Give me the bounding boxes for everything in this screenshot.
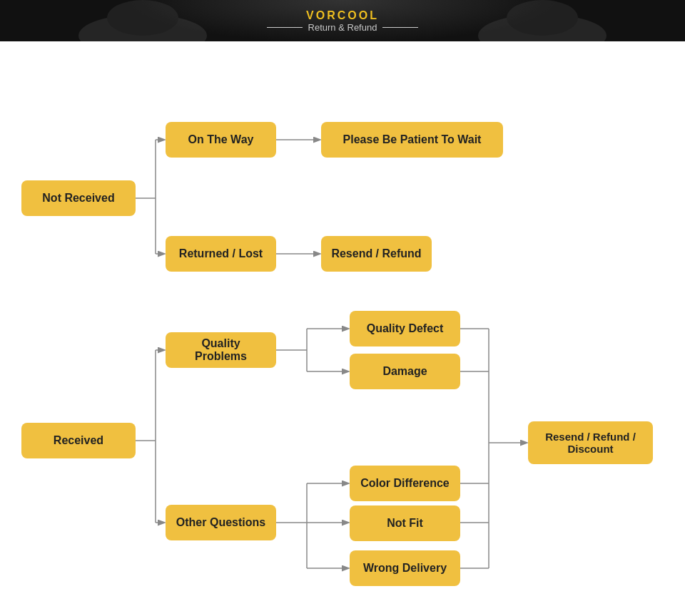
node-damage: Damage (350, 354, 460, 389)
node-resend-refund-discount: Resend / Refund / Discount (528, 421, 653, 464)
header: VORCOOL Return & Refund (0, 0, 685, 41)
brand-logo: VORCOOL (306, 9, 379, 22)
flowchart-content: Not Received On The Way Please Be Patien… (0, 41, 685, 616)
node-other-questions: Other Questions (166, 505, 276, 540)
node-not-received: Not Received (21, 180, 136, 216)
header-subtitle: Return & Refund (267, 22, 419, 33)
node-wrong-delivery: Wrong Delivery (350, 550, 460, 586)
svg-point-3 (507, 0, 578, 36)
node-received: Received (21, 423, 136, 458)
node-on-the-way: On The Way (166, 122, 276, 158)
node-not-fit: Not Fit (350, 505, 460, 541)
node-resend-refund-1: Resend / Refund (321, 236, 432, 272)
node-returned-lost: Returned / Lost (166, 236, 276, 272)
node-color-difference: Color Difference (350, 466, 460, 501)
node-please-be-patient: Please Be Patient To Wait (321, 122, 503, 158)
node-quality-problems: Quality Problems (166, 332, 276, 368)
node-quality-defect: Quality Defect (350, 311, 460, 346)
svg-point-1 (107, 0, 178, 36)
